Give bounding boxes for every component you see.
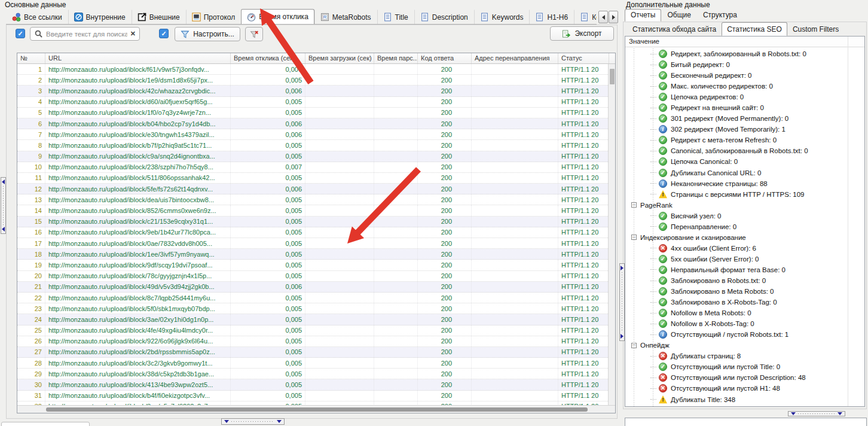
right-bottom-splitter-handle[interactable] (788, 411, 845, 416)
tree-group[interactable]: Онпейдж (625, 340, 864, 351)
main-tab-внутренние[interactable]: Внутренние (68, 10, 132, 24)
table-row[interactable]: 31 http://monzaauto.ru/upload/iblock/b4f… (17, 391, 609, 401)
column-header[interactable]: Время загрузки (сек) (305, 53, 374, 63)
tree-item[interactable]: Дубликаты Title: 348 (625, 394, 864, 405)
tree-item[interactable]: ✓ Canonical, заблокированный в Robots.tx… (625, 145, 864, 156)
tree-item[interactable]: ✕ Дубликаты страниц: 8 (625, 351, 864, 361)
tree-item[interactable]: ✓ Редирект на внешний сайт: 0 (625, 102, 864, 113)
tree-item[interactable]: ✓ Неправильный формат тега Base: 0 (625, 264, 864, 275)
tab-scroll-left-button[interactable] (598, 11, 608, 23)
center-splitter-handle[interactable] (619, 263, 625, 341)
tree-item[interactable]: ✓ Редирект, заблокированный в Robots.txt… (625, 48, 864, 59)
main-tab-metarobots[interactable]: R MetaRobots (314, 10, 377, 24)
tree-item[interactable]: ✓ Макс. количество редиректов: 0 (625, 81, 864, 92)
tree-item[interactable]: ✓ Цепочка Canonical: 0 (625, 156, 864, 167)
tree-item[interactable]: ✕ Отсутствующий или пустой Description: … (625, 372, 864, 383)
table-row[interactable]: 14 http://monzaauto.ru/upload/iblock/852… (17, 205, 609, 216)
tree-item[interactable]: i Неканонические страницы: 88 (625, 178, 864, 189)
tree-item[interactable]: ✓ Бесконечный редирект: 0 (625, 70, 864, 81)
table-row[interactable]: 3 http://monzaauto.ru/upload/iblock/42c/… (17, 86, 609, 96)
table-row[interactable]: 20 http://monzaauto.ru/upload/iblock/78c… (17, 271, 609, 282)
main-tab-keywords[interactable]: Keywords (474, 10, 530, 24)
tab-scroll-right-button[interactable] (609, 11, 618, 23)
tree-item[interactable]: ✓ 301 редирект (Moved Permanently): 0 (625, 113, 864, 124)
bottom-splitter-handle[interactable] (221, 418, 285, 425)
column-header[interactable]: Время отклика (сек) (231, 53, 305, 63)
table-row[interactable]: 29 http://monzaauto.ru/upload/iblock/38d… (17, 369, 609, 379)
main-tab-все-ссылки[interactable]: Все ссылки (6, 10, 68, 24)
vscroll-thumb[interactable] (610, 69, 615, 84)
tree-item[interactable]: ✓ 5xx ошибки (Server Error): 0 (625, 254, 864, 264)
table-row[interactable]: 13 http://monzaauto.ru/upload/iblock/dea… (17, 194, 609, 205)
table-row[interactable]: 7 http://monzaauto.ru/upload/iblock/e30/… (17, 129, 609, 140)
column-header[interactable]: Статус (558, 53, 609, 63)
table-row[interactable]: 5 http://monzaauto.ru/upload/iblock/1f0/… (17, 108, 609, 118)
filter-enabled-checkbox[interactable]: ✓ (159, 29, 169, 38)
tree-item[interactable]: ✓ Nofollow в Meta Robots: 0 (625, 308, 864, 318)
tree-item[interactable]: ✓ Заблокировано в Meta Robots: 0 (625, 286, 864, 297)
tree-item[interactable]: Страницы с версиями HTTP / HTTPS: 109 (625, 189, 864, 200)
tree-item[interactable]: ✕ 4xx ошибки (Client Error): 6 (625, 243, 864, 254)
main-tab-время-отклика[interactable]: Время отклика (241, 9, 314, 25)
table-row[interactable]: 26 http://monzaauto.ru/upload/iblock/922… (17, 336, 609, 347)
table-row[interactable]: 22 http://monzaauto.ru/upload/iblock/8c7… (17, 293, 609, 303)
table-row[interactable]: 19 http://monzaauto.ru/upload/iblock/9df… (17, 260, 609, 270)
table-vertical-scrollbar[interactable] (608, 64, 615, 406)
table-horizontal-scrollbar[interactable] (17, 405, 616, 413)
table-row[interactable]: 4 http://monzaauto.ru/upload/iblock/d60/… (17, 97, 609, 108)
table-row[interactable]: 6 http://monzaauto.ru/upload/iblock/b04/… (17, 118, 609, 129)
table-row[interactable]: 24 http://monzaauto.ru/upload/iblock/3ae… (17, 314, 609, 325)
tree-item[interactable]: ✓ Висячий узел: 0 (625, 211, 864, 221)
tree-item[interactable]: ✓ Заблокировано в Robots.txt: 0 (625, 275, 864, 286)
tree-item[interactable]: ✓ Цепочка редиректов: 0 (625, 92, 864, 102)
report-subtab-custom-filters[interactable]: Custom Filters (787, 23, 844, 36)
table-row[interactable]: 10 http://monzaauto.ru/upload/iblock/238… (17, 162, 609, 173)
tree-group[interactable]: Индексирование и сканирование (625, 232, 864, 243)
table-row[interactable]: 16 http://monzaauto.ru/upload/iblock/9eb… (17, 227, 609, 238)
main-tab-внешние[interactable]: Внешние (132, 10, 186, 24)
main-tab-h1-h6[interactable]: H1-H6 (529, 10, 574, 24)
column-header[interactable]: Адрес перенаправления (472, 53, 558, 63)
tree-group[interactable]: PageRank (625, 200, 864, 211)
configure-filter-button[interactable]: Настроить... (175, 27, 240, 41)
main-tab-title[interactable]: Title (377, 10, 414, 24)
table-row[interactable]: 9 http://monzaauto.ru/upload/iblock/c9a/… (17, 151, 609, 162)
tree-item[interactable]: ✓ Заблокировано в X-Robots-Tag: 0 (625, 297, 864, 308)
search-input[interactable]: Введите текст для поиска... ✕ (30, 27, 140, 41)
column-header[interactable]: № (17, 53, 45, 63)
table-row[interactable]: 27 http://monzaauto.ru/upload/iblock/2bd… (17, 347, 609, 358)
tree-item[interactable] (625, 405, 864, 406)
tree-item[interactable]: ✓ Перенаправление: 0 (625, 221, 864, 232)
tree-item[interactable]: ✓ Редирект с мета-тегом Refresh: 0 (625, 135, 864, 145)
main-tab-контент[interactable]: Контент (574, 10, 597, 24)
column-header[interactable]: Время парс... (374, 53, 418, 63)
table-row[interactable]: 18 http://monzaauto.ru/upload/iblock/1ee… (17, 249, 609, 260)
table-row[interactable]: 23 http://monzaauto.ru/upload/iblock/5f0… (17, 303, 609, 314)
tree-item[interactable]: i 302 редирект (Moved Temporarily): 1 (625, 124, 864, 135)
column-header[interactable]: URL (45, 53, 231, 63)
report-subtab-статистика-seo[interactable]: Статистика SEO (722, 22, 787, 36)
hscroll-thumb[interactable] (46, 407, 588, 412)
right-tab-общие[interactable]: Общие (661, 9, 696, 22)
main-tab-description[interactable]: Description (414, 10, 474, 24)
table-row[interactable]: 15 http://monzaauto.ru/upload/iblock/c21… (17, 217, 609, 227)
search-enabled-checkbox[interactable]: ✓ (16, 29, 25, 38)
table-row[interactable]: 11 http://monzaauto.ru/upload/iblock/511… (17, 173, 609, 184)
tree-item[interactable]: ✕ Отсутствующий или пустой H1: 48 (625, 383, 864, 394)
tree-item[interactable]: i Отсутствующий / пустой Robots.txt: 1 (625, 329, 864, 340)
column-header[interactable]: Код ответа (418, 53, 472, 63)
table-row[interactable]: 8 http://monzaauto.ru/upload/iblock/b7f/… (17, 140, 609, 151)
table-row[interactable]: 30 http://monzaauto.ru/upload/iblock/413… (17, 379, 609, 390)
right-tab-отчеты[interactable]: Отчеты (625, 9, 661, 22)
search-clear-icon[interactable]: ✕ (130, 30, 136, 38)
table-row[interactable]: 12 http://monzaauto.ru/upload/iblock/5fe… (17, 184, 609, 194)
table-row[interactable]: 1 http://monzaauto.ru/upload/iblock/f61/… (17, 64, 609, 75)
table-row[interactable]: 21 http://monzaauto.ru/upload/iblock/49d… (17, 282, 609, 293)
right-tab-структура[interactable]: Структура (697, 9, 743, 22)
table-row[interactable]: 17 http://monzaauto.ru/upload/iblock/0ae… (17, 238, 609, 249)
tree-item[interactable]: ✓ Битый редирект: 0 (625, 59, 864, 70)
left-splitter-handle[interactable] (1, 177, 6, 234)
main-tab-протокол[interactable]: Протокол (186, 10, 242, 24)
export-button[interactable]: Экспорт (550, 26, 614, 41)
clear-filter-button[interactable] (245, 27, 263, 41)
